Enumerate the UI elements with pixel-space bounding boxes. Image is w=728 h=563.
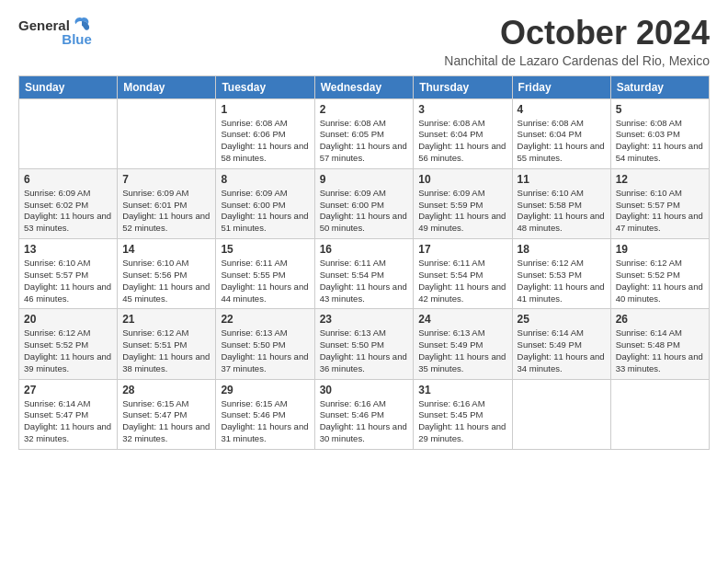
day-info: Sunrise: 6:10 AM Sunset: 5:57 PM Dayligh…: [616, 188, 704, 235]
logo-text-blue: Blue: [62, 31, 92, 47]
day-info: Sunrise: 6:15 AM Sunset: 5:46 PM Dayligh…: [221, 398, 309, 445]
day-info: Sunrise: 6:14 AM Sunset: 5:48 PM Dayligh…: [616, 327, 704, 374]
day-number: 20: [24, 313, 112, 326]
day-cell: [610, 379, 709, 449]
day-cell: 1Sunrise: 6:08 AM Sunset: 6:06 PM Daylig…: [216, 98, 314, 168]
day-number: 8: [221, 173, 309, 186]
day-number: 4: [518, 103, 606, 116]
day-info: Sunrise: 6:13 AM Sunset: 5:49 PM Dayligh…: [418, 327, 506, 374]
day-number: 21: [122, 313, 210, 326]
day-number: 2: [320, 103, 409, 116]
logo-text-general: General: [18, 17, 70, 33]
day-info: Sunrise: 6:09 AM Sunset: 6:00 PM Dayligh…: [221, 188, 309, 235]
day-number: 18: [518, 243, 606, 256]
header: General Blue October 2024 Nanchital de L…: [18, 15, 710, 68]
day-number: 9: [320, 173, 409, 186]
day-info: Sunrise: 6:12 AM Sunset: 5:53 PM Dayligh…: [518, 258, 606, 304]
day-cell: 11Sunrise: 6:10 AM Sunset: 5:58 PM Dayli…: [512, 168, 610, 238]
day-number: 14: [122, 243, 210, 256]
day-cell: 20Sunrise: 6:12 AM Sunset: 5:52 PM Dayli…: [19, 309, 118, 379]
day-cell: 21Sunrise: 6:12 AM Sunset: 5:51 PM Dayli…: [118, 309, 216, 379]
week-row-2: 6Sunrise: 6:09 AM Sunset: 6:02 PM Daylig…: [19, 168, 710, 238]
col-header-tuesday: Tuesday: [216, 75, 314, 98]
subtitle: Nanchital de Lazaro Cardenas del Rio, Me…: [444, 53, 710, 68]
day-info: Sunrise: 6:11 AM Sunset: 5:54 PM Dayligh…: [320, 258, 409, 304]
day-number: 26: [616, 313, 704, 326]
day-cell: [19, 98, 118, 168]
day-number: 16: [320, 243, 409, 256]
day-info: Sunrise: 6:08 AM Sunset: 6:05 PM Dayligh…: [320, 118, 409, 165]
day-cell: 18Sunrise: 6:12 AM Sunset: 5:53 PM Dayli…: [512, 239, 610, 309]
day-number: 7: [122, 173, 210, 186]
day-number: 1: [221, 103, 309, 116]
col-header-saturday: Saturday: [610, 75, 709, 98]
day-cell: 7Sunrise: 6:09 AM Sunset: 6:01 PM Daylig…: [118, 168, 216, 238]
title-area: October 2024 Nanchital de Lazaro Cardena…: [444, 15, 710, 68]
day-number: 31: [418, 384, 506, 396]
day-cell: 12Sunrise: 6:10 AM Sunset: 5:57 PM Dayli…: [610, 168, 709, 238]
day-cell: 14Sunrise: 6:10 AM Sunset: 5:56 PM Dayli…: [118, 239, 216, 309]
day-number: 10: [418, 173, 506, 186]
day-cell: 8Sunrise: 6:09 AM Sunset: 6:00 PM Daylig…: [216, 168, 314, 238]
header-row: SundayMondayTuesdayWednesdayThursdayFrid…: [19, 75, 710, 98]
day-number: 11: [518, 173, 606, 186]
day-cell: 23Sunrise: 6:13 AM Sunset: 5:50 PM Dayli…: [314, 309, 414, 379]
day-number: 29: [221, 384, 309, 396]
day-cell: 17Sunrise: 6:11 AM Sunset: 5:54 PM Dayli…: [414, 239, 512, 309]
day-cell: 19Sunrise: 6:12 AM Sunset: 5:52 PM Dayli…: [610, 239, 709, 309]
day-cell: 5Sunrise: 6:08 AM Sunset: 6:03 PM Daylig…: [610, 98, 709, 168]
calendar: SundayMondayTuesdayWednesdayThursdayFrid…: [18, 75, 710, 450]
day-cell: 27Sunrise: 6:14 AM Sunset: 5:47 PM Dayli…: [19, 379, 118, 449]
col-header-thursday: Thursday: [414, 75, 512, 98]
day-cell: 6Sunrise: 6:09 AM Sunset: 6:02 PM Daylig…: [19, 168, 118, 238]
day-number: 17: [418, 243, 506, 256]
day-info: Sunrise: 6:08 AM Sunset: 6:06 PM Dayligh…: [221, 118, 309, 165]
day-number: 23: [320, 313, 409, 326]
day-cell: 10Sunrise: 6:09 AM Sunset: 5:59 PM Dayli…: [414, 168, 512, 238]
day-cell: 31Sunrise: 6:16 AM Sunset: 5:45 PM Dayli…: [414, 379, 512, 449]
day-info: Sunrise: 6:09 AM Sunset: 6:00 PM Dayligh…: [320, 188, 409, 235]
day-cell: 28Sunrise: 6:15 AM Sunset: 5:47 PM Dayli…: [118, 379, 216, 449]
day-info: Sunrise: 6:16 AM Sunset: 5:45 PM Dayligh…: [418, 398, 506, 445]
day-info: Sunrise: 6:12 AM Sunset: 5:51 PM Dayligh…: [122, 327, 210, 374]
day-info: Sunrise: 6:15 AM Sunset: 5:47 PM Dayligh…: [122, 398, 210, 445]
day-number: 15: [221, 243, 309, 256]
day-info: Sunrise: 6:14 AM Sunset: 5:47 PM Dayligh…: [24, 398, 112, 445]
day-number: 24: [418, 313, 506, 326]
day-cell: 2Sunrise: 6:08 AM Sunset: 6:05 PM Daylig…: [314, 98, 414, 168]
week-row-1: 1Sunrise: 6:08 AM Sunset: 6:06 PM Daylig…: [19, 98, 710, 168]
week-row-4: 20Sunrise: 6:12 AM Sunset: 5:52 PM Dayli…: [19, 309, 710, 379]
week-row-3: 13Sunrise: 6:10 AM Sunset: 5:57 PM Dayli…: [19, 239, 710, 309]
col-header-sunday: Sunday: [19, 75, 118, 98]
day-cell: 4Sunrise: 6:08 AM Sunset: 6:04 PM Daylig…: [512, 98, 610, 168]
day-cell: 22Sunrise: 6:13 AM Sunset: 5:50 PM Dayli…: [216, 309, 314, 379]
logo: General Blue: [18, 15, 92, 47]
month-title: October 2024: [444, 15, 710, 52]
day-number: 22: [221, 313, 309, 326]
day-cell: 16Sunrise: 6:11 AM Sunset: 5:54 PM Dayli…: [314, 239, 414, 309]
day-info: Sunrise: 6:09 AM Sunset: 5:59 PM Dayligh…: [418, 188, 506, 235]
day-cell: 13Sunrise: 6:10 AM Sunset: 5:57 PM Dayli…: [19, 239, 118, 309]
day-info: Sunrise: 6:10 AM Sunset: 5:56 PM Dayligh…: [122, 258, 210, 304]
day-cell: 3Sunrise: 6:08 AM Sunset: 6:04 PM Daylig…: [414, 98, 512, 168]
day-cell: [512, 379, 610, 449]
week-row-5: 27Sunrise: 6:14 AM Sunset: 5:47 PM Dayli…: [19, 379, 710, 449]
day-info: Sunrise: 6:10 AM Sunset: 5:58 PM Dayligh…: [518, 188, 606, 235]
day-number: 13: [24, 243, 112, 256]
day-number: 5: [616, 103, 704, 116]
day-cell: 30Sunrise: 6:16 AM Sunset: 5:46 PM Dayli…: [314, 379, 414, 449]
day-info: Sunrise: 6:11 AM Sunset: 5:55 PM Dayligh…: [221, 258, 309, 304]
day-cell: 29Sunrise: 6:15 AM Sunset: 5:46 PM Dayli…: [216, 379, 314, 449]
day-cell: 15Sunrise: 6:11 AM Sunset: 5:55 PM Dayli…: [216, 239, 314, 309]
day-cell: 26Sunrise: 6:14 AM Sunset: 5:48 PM Dayli…: [610, 309, 709, 379]
day-number: 12: [616, 173, 704, 186]
day-number: 30: [320, 384, 409, 396]
day-number: 3: [418, 103, 506, 116]
day-info: Sunrise: 6:08 AM Sunset: 6:04 PM Dayligh…: [418, 118, 506, 165]
day-info: Sunrise: 6:12 AM Sunset: 5:52 PM Dayligh…: [616, 258, 704, 304]
col-header-friday: Friday: [512, 75, 610, 98]
day-info: Sunrise: 6:08 AM Sunset: 6:04 PM Dayligh…: [518, 118, 606, 165]
day-cell: [118, 98, 216, 168]
day-cell: 9Sunrise: 6:09 AM Sunset: 6:00 PM Daylig…: [314, 168, 414, 238]
day-info: Sunrise: 6:16 AM Sunset: 5:46 PM Dayligh…: [320, 398, 409, 445]
